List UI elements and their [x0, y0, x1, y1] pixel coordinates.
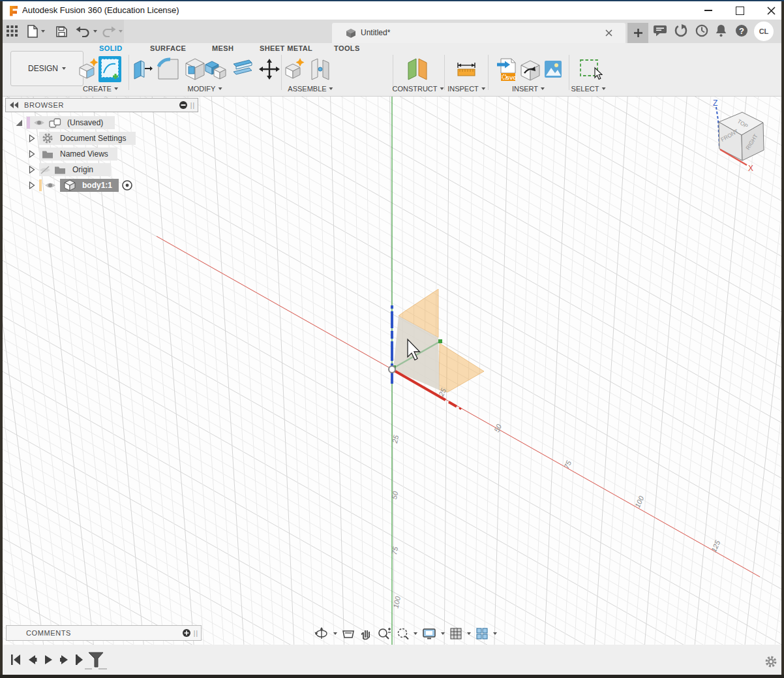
plus-icon — [633, 28, 643, 38]
visibility-eye-icon[interactable] — [33, 119, 45, 127]
collapsed-caret-icon[interactable] — [29, 134, 35, 142]
expanded-caret-icon[interactable] — [16, 119, 23, 127]
close-window-button[interactable] — [758, 2, 784, 19]
browser-row-named-views[interactable]: Named Views — [29, 147, 108, 161]
zoom-window-icon[interactable] — [396, 627, 409, 640]
display-settings-icon[interactable] — [422, 628, 436, 639]
display-settings-caret-icon[interactable] — [441, 632, 445, 635]
tab-surface[interactable]: SURFACE — [150, 44, 186, 52]
activate-component-icon[interactable] — [121, 179, 133, 191]
zoom-icon[interactable] — [377, 627, 391, 640]
timeline-settings-gear-icon[interactable] — [764, 655, 777, 668]
timeline-go-to-start-button[interactable] — [9, 653, 22, 666]
assemble-group-button[interactable]: ASSEMBLE — [288, 85, 333, 93]
comments-panel-icon[interactable] — [653, 24, 668, 39]
browser-row-document[interactable]: (Unsaved) — [16, 116, 103, 129]
panel-grip[interactable]: || — [190, 102, 195, 109]
browser-row-body[interactable]: body1:1 — [29, 179, 133, 192]
insert-group-button[interactable]: INSERT — [512, 85, 545, 93]
browser-header[interactable]: BROWSER || — [5, 98, 198, 112]
grid-settings-icon[interactable] — [449, 627, 462, 640]
insert-svg-icon[interactable]: SVG — [496, 57, 517, 82]
group-separator — [281, 55, 282, 90]
viewports-icon[interactable] — [475, 627, 489, 640]
panel-grip[interactable]: || — [194, 630, 198, 637]
viewports-caret-icon[interactable] — [493, 632, 497, 635]
fillet-icon[interactable] — [157, 57, 180, 81]
canvas-icon[interactable] — [544, 60, 562, 78]
shell-icon[interactable] — [184, 57, 206, 81]
redo-caret-icon[interactable] — [119, 30, 123, 33]
document-tab[interactable]: Untitled* — [332, 23, 626, 43]
notification-center-icon[interactable] — [695, 23, 709, 38]
group-separator — [488, 55, 489, 90]
timeline-step-forward-button[interactable] — [58, 653, 71, 666]
tab-solid[interactable]: SOLID — [99, 44, 123, 52]
insert-mesh-icon[interactable] — [519, 59, 541, 81]
look-at-icon[interactable] — [342, 628, 355, 639]
minimize-button[interactable] — [695, 2, 721, 19]
close-tab-icon[interactable] — [605, 29, 613, 37]
document-cube-icon — [345, 28, 357, 39]
browser-row-document-settings[interactable]: Document Settings — [29, 132, 126, 145]
measure-icon[interactable] — [457, 60, 476, 78]
orbit-caret-icon[interactable] — [333, 632, 337, 635]
visibility-off-eye-icon[interactable] — [39, 166, 51, 174]
x-axis-dash — [449, 402, 457, 407]
file-menu-caret-icon[interactable] — [41, 30, 45, 33]
workspace-selector[interactable]: DESIGN — [10, 51, 83, 86]
visibility-eye-icon[interactable] — [44, 181, 56, 189]
origin-point[interactable] — [389, 366, 395, 373]
redo-icon[interactable] — [102, 26, 116, 37]
undo-icon[interactable] — [76, 26, 90, 37]
avatar[interactable]: CL — [754, 22, 774, 41]
create-sketch-button-active[interactable] — [98, 56, 121, 82]
help-icon[interactable]: ? — [734, 23, 749, 38]
undo-caret-icon[interactable] — [93, 30, 97, 33]
job-status-icon[interactable] — [674, 23, 688, 38]
tab-sheet-metal[interactable]: SHEET METAL — [260, 44, 312, 52]
orbit-icon[interactable] — [314, 627, 329, 640]
collapsed-caret-icon[interactable] — [29, 150, 35, 158]
viewport-canvas[interactable]: TOP FRONT RIGHT Z X 25507510012525507510… — [3, 97, 781, 645]
collapse-panel-icon[interactable] — [10, 102, 19, 108]
offset-face-icon[interactable] — [230, 59, 253, 80]
save-icon[interactable] — [56, 26, 67, 37]
press-pull-icon[interactable] — [132, 59, 153, 81]
browser-row-origin[interactable]: Origin — [29, 163, 93, 176]
offset-plane-icon[interactable] — [406, 57, 429, 81]
timeline-play-button[interactable] — [42, 653, 55, 666]
collapsed-caret-icon[interactable] — [29, 166, 35, 174]
viewcube-z-label: Z — [713, 99, 717, 108]
joint-icon[interactable] — [309, 57, 331, 81]
collapsed-caret-icon[interactable] — [29, 181, 35, 189]
create-group-button[interactable]: CREATE — [83, 85, 118, 93]
new-component-icon[interactable] — [284, 57, 305, 80]
app-grid-icon[interactable] — [7, 25, 18, 37]
tab-tools[interactable]: TOOLS — [334, 44, 360, 52]
grid-settings-caret-icon[interactable] — [467, 632, 471, 635]
move-icon[interactable] — [259, 59, 280, 80]
combine-icon[interactable] — [204, 57, 228, 81]
svg-text:?: ? — [739, 26, 744, 36]
inspect-group-button[interactable]: INSPECT — [447, 85, 485, 93]
zoom-window-caret-icon[interactable] — [414, 632, 417, 635]
folder-icon — [42, 149, 53, 159]
pan-icon[interactable] — [359, 627, 372, 640]
bell-icon[interactable] — [714, 23, 728, 38]
tab-mesh[interactable]: MESH — [212, 44, 234, 52]
new-tab-button[interactable] — [627, 23, 648, 43]
add-comment-icon[interactable] — [182, 628, 191, 638]
file-menu-icon[interactable] — [27, 25, 38, 38]
comments-panel[interactable]: COMMENTS || — [6, 625, 202, 641]
timeline-step-back-button[interactable] — [25, 653, 38, 666]
timeline-marker[interactable] — [83, 650, 116, 672]
modify-group-button[interactable]: MODIFY — [188, 85, 222, 93]
remove-panel-icon[interactable] — [179, 100, 188, 110]
select-group-button[interactable]: SELECT — [571, 85, 606, 93]
select-icon[interactable] — [579, 59, 603, 82]
maximize-button[interactable] — [727, 2, 753, 19]
sketch-point[interactable] — [438, 339, 442, 343]
create-form-icon[interactable] — [78, 57, 99, 80]
construct-group-button[interactable]: CONSTRUCT — [392, 85, 444, 93]
